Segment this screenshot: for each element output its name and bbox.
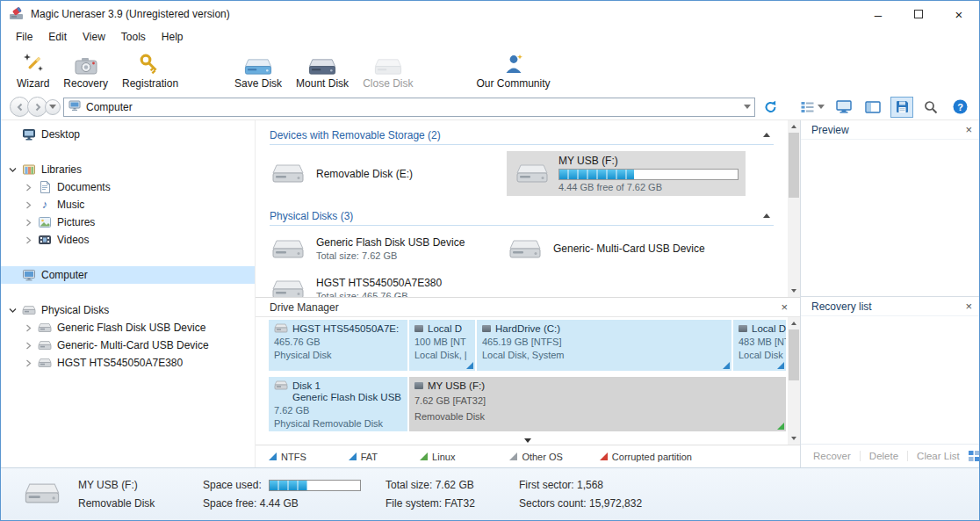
partition-type: Local Disk, | (414, 350, 470, 360)
search-button[interactable] (920, 98, 941, 117)
collapsed-chevron-icon[interactable] (24, 236, 32, 244)
clear-list-button[interactable]: Clear List (907, 451, 969, 461)
scroll-more-icon[interactable] (524, 438, 531, 443)
collapse-section-icon[interactable] (763, 213, 770, 218)
address-dropdown-icon[interactable] (744, 105, 751, 109)
recent-pages-button[interactable] (45, 99, 61, 115)
disk-type: Physical Removable Disk (274, 418, 402, 429)
ntfs-corner-icon (723, 362, 730, 369)
sidebar-item-desktop[interactable]: Desktop (1, 126, 255, 143)
close-disk-button[interactable]: Close Disk (356, 49, 420, 91)
disk-info-flash[interactable]: Disk 1 Generic Flash Disk USB 7.62 GB Ph… (269, 377, 407, 431)
partition-name: HardDrive (C:) (495, 323, 560, 334)
registration-button[interactable]: Registration (115, 49, 185, 91)
community-button[interactable]: Our Community (469, 49, 557, 91)
disk-type: Physical Disk (274, 350, 402, 360)
expanded-chevron-icon[interactable] (8, 307, 17, 315)
legend-label: FAT (361, 452, 378, 462)
file-system-value: File system: FAT32 (386, 497, 519, 510)
list-view-grid-icon[interactable] (969, 451, 979, 461)
menu-edit[interactable]: Edit (40, 31, 75, 43)
collapsed-chevron-icon[interactable] (24, 219, 32, 227)
collapsed-chevron-icon[interactable] (24, 184, 32, 192)
sidebar-item-label: Libraries (41, 163, 82, 176)
drive-manager-scrollbar[interactable] (788, 317, 800, 445)
recovery-button[interactable]: Recovery (56, 49, 115, 91)
save-list-button[interactable] (891, 98, 912, 117)
menu-help[interactable]: Help (154, 31, 191, 43)
menu-view[interactable]: View (75, 31, 113, 43)
wizard-button[interactable]: Wizard (10, 49, 56, 91)
recover-button[interactable]: Recover (804, 451, 860, 461)
device-hgst[interactable]: HGST HTS545050A7E380 Total size: 465.76 … (270, 271, 507, 297)
status-drive-type: Removable Disk (78, 497, 203, 510)
view-options-icon (801, 101, 814, 112)
sidebar-item-videos[interactable]: Videos (1, 231, 255, 249)
app-window: Magic Uneraser 3.9 (Unregistered version… (0, 0, 980, 521)
partition-harddrive-c[interactable]: HardDrive (C:) 465.19 GB [NTFS] Local Di… (477, 320, 731, 371)
partition-size: 7.62 GB [FAT32] (414, 395, 781, 406)
delete-button[interactable]: Delete (860, 451, 907, 461)
sidebar-item-libraries[interactable]: Libraries (1, 161, 255, 178)
sidebar-item-music[interactable]: ♪ Music (1, 196, 255, 213)
section-title: Physical Disks (3) (270, 210, 353, 222)
sidebar-item-generic-multicard[interactable]: Generic- Multi-Card USB Device (1, 336, 255, 354)
sidebar-item-pictures[interactable]: Pictures (1, 213, 255, 231)
collapsed-chevron-icon[interactable] (24, 324, 32, 332)
sidebar-item-physical-disks[interactable]: Physical Disks (1, 301, 255, 319)
preview-toggle-button[interactable] (833, 98, 854, 117)
device-generic-multicard[interactable]: Generic- Multi-Card USB Device (507, 230, 786, 267)
address-combobox[interactable]: Computer (63, 98, 755, 117)
collapsed-chevron-icon[interactable] (24, 359, 32, 367)
partition-local-1[interactable]: Local D 100 MB [NT Local Disk, | (409, 320, 475, 371)
device-name: Generic- Multi-Card USB Device (553, 242, 705, 255)
sidebar-item-label: Videos (57, 234, 89, 246)
panel-toggle-button[interactable] (862, 98, 883, 117)
browser-scrollbar[interactable] (788, 120, 800, 297)
sidebar-item-generic-flash-disk[interactable]: Generic Flash Disk USB Device (1, 319, 255, 336)
fat-legend-icon (349, 452, 357, 460)
scroll-thumb[interactable] (789, 133, 799, 198)
expanded-chevron-icon[interactable] (8, 166, 17, 174)
space-used-label: Space used: (203, 479, 262, 492)
recovery-close-button[interactable]: × (965, 300, 972, 313)
sidebar-item-computer[interactable]: Computer (1, 266, 255, 284)
partition-my-usb-f[interactable]: MY USB (F:) 7.62 GB [FAT32] Removable Di… (409, 377, 786, 431)
device-my-usb-f[interactable]: MY USB (F:) 4.44 GB free of 7.62 GB (507, 151, 746, 196)
collapsed-chevron-icon[interactable] (24, 342, 32, 350)
device-generic-flash-disk[interactable]: Generic Flash Disk USB Device Total size… (270, 230, 507, 267)
ntfs-legend-icon (269, 452, 277, 460)
scroll-down-icon[interactable] (788, 432, 800, 445)
physical-disks-icon (22, 303, 36, 317)
preview-close-button[interactable]: × (965, 123, 972, 136)
view-options-button[interactable] (797, 99, 828, 114)
status-bar: MY USB (F:) Removable Disk Space used: S… (1, 467, 979, 520)
minimize-button[interactable]: – (858, 1, 898, 27)
refresh-button[interactable] (760, 100, 780, 114)
scroll-up-icon[interactable] (788, 120, 800, 133)
save-disk-button[interactable]: Save Disk (227, 49, 289, 91)
collapsed-chevron-icon[interactable] (24, 201, 32, 209)
scroll-thumb[interactable] (789, 329, 799, 380)
sidebar-item-label: HGST HTS545050A7E380 (57, 357, 183, 369)
sidebar-item-documents[interactable]: Documents (1, 178, 255, 196)
search-icon (924, 100, 938, 114)
recovery-panel-title: Recovery list (811, 300, 872, 313)
menu-file[interactable]: File (8, 31, 40, 43)
close-button[interactable]: × (939, 1, 979, 27)
menu-tools[interactable]: Tools (113, 31, 154, 43)
disk-info-hgst[interactable]: HGST HTS545050A7E: 465.76 GB Physical Di… (269, 320, 407, 371)
sidebar-item-hgst[interactable]: HGST HTS545050A7E380 (1, 354, 255, 372)
help-button[interactable]: ? (949, 98, 970, 117)
scroll-up-icon[interactable] (788, 317, 800, 329)
scroll-down-icon[interactable] (788, 285, 800, 297)
partition-local-2[interactable]: Local Di 483 MB [NTI Local Disk (733, 320, 786, 371)
drive-manager-close-button[interactable]: × (781, 300, 788, 314)
music-icon: ♪ (38, 198, 52, 212)
legend-label: Corrupted partition (612, 452, 692, 462)
drive-icon (274, 380, 288, 390)
collapse-section-icon[interactable] (763, 133, 770, 137)
maximize-button[interactable] (898, 1, 939, 27)
mount-disk-button[interactable]: Mount Disk (289, 49, 356, 91)
device-removable-disk-e[interactable]: Removable Disk (E:) (270, 151, 507, 196)
